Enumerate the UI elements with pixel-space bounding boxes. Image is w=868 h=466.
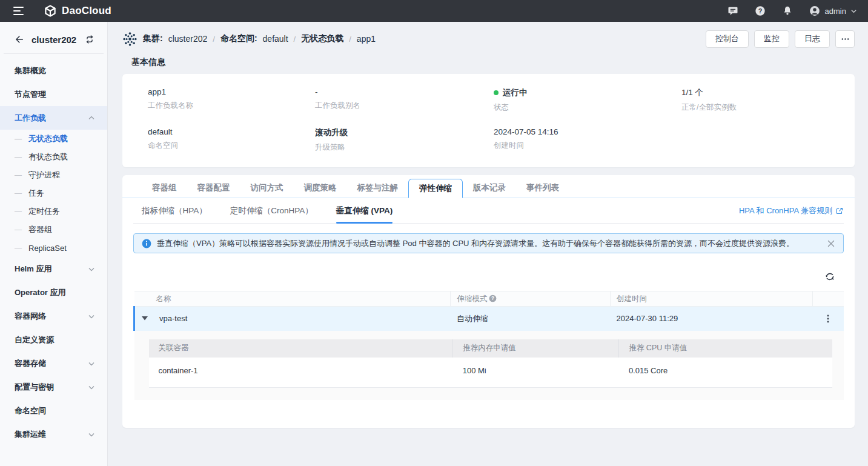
container-memory: 100 Mi	[453, 358, 619, 388]
field-value: 2024-07-05 14:16	[494, 127, 681, 136]
sidebar-item-cluster-overview[interactable]: 集群概览	[0, 59, 107, 82]
field-upgrade-strategy: 滚动升级 升级策略	[315, 127, 494, 153]
daocloud-logo-icon	[44, 4, 57, 18]
more-actions-button[interactable]	[835, 30, 855, 48]
container-cpu: 0.015 Core	[619, 358, 832, 388]
subtab-hpa[interactable]: 指标伸缩（HPA）	[142, 198, 207, 223]
chevron-down-icon	[88, 431, 95, 438]
sidebar-item-label: 定时任务	[28, 206, 60, 217]
sidebar-item-label: 守护进程	[28, 170, 60, 181]
back-arrow-icon[interactable]	[13, 34, 24, 45]
field-workload-alias: - 工作负载别名	[315, 87, 494, 113]
basic-info-card: app1 工作负载名称 - 工作负载别名 运行中 状态 1/1 个 正常/全部实…	[122, 74, 855, 167]
basic-info-title: 基本信息	[131, 57, 855, 68]
monitor-button[interactable]: 监控	[754, 30, 789, 48]
field-label: 状态	[494, 102, 681, 113]
table-row-vpa-test[interactable]: vpa-test 自动伸缩 2024-07-30 11:29	[134, 307, 844, 331]
sidebar-item-custom-resources[interactable]: 自定义资源	[0, 328, 107, 351]
refresh-icon[interactable]	[824, 272, 835, 283]
sidebar-item-label: 容器网络	[15, 311, 46, 322]
field-value: 1/1 个	[681, 87, 855, 98]
tab-container-config[interactable]: 容器配置	[187, 179, 240, 198]
sidebar-item-container-storage[interactable]: 容器存储	[0, 351, 107, 375]
dash-icon: —	[15, 207, 22, 216]
chevron-down-icon	[88, 313, 95, 320]
dash-icon: —	[15, 189, 22, 198]
column-header-created: 创建时间	[611, 291, 813, 307]
sidebar-item-deployments[interactable]: —无状态负载	[0, 130, 107, 148]
sidebar-item-statefulsets[interactable]: —有状态负载	[0, 148, 107, 166]
sidebar-item-helm-apps[interactable]: Helm 应用	[0, 257, 107, 281]
field-label: 升级策略	[315, 142, 494, 153]
sidebar-item-config-secrets[interactable]: 配置与密钥	[0, 375, 107, 399]
switch-cluster-icon[interactable]	[84, 34, 95, 45]
column-header-name: 名称	[134, 291, 451, 307]
tab-autoscaling[interactable]: 弹性伸缩	[408, 179, 463, 198]
cluster-dots-icon	[122, 32, 137, 47]
username: admin	[825, 7, 846, 16]
field-value: 滚动升级	[315, 127, 494, 138]
question-badge-icon[interactable]: ?	[489, 295, 497, 302]
sidebar-item-workloads[interactable]: 工作负载	[0, 106, 107, 130]
chevron-down-icon	[88, 360, 95, 367]
sidebar-item-node-management[interactable]: 节点管理	[0, 82, 107, 106]
crumb-separator: /	[213, 35, 215, 44]
external-link-icon	[835, 207, 844, 215]
subtab-cronhpa[interactable]: 定时伸缩（CronHPA）	[230, 198, 313, 223]
help-icon[interactable]: ?	[754, 5, 766, 17]
field-workload-name: app1 工作负载名称	[148, 87, 315, 113]
sidebar-item-label: 节点管理	[15, 89, 46, 100]
tab-labels-annotations[interactable]: 标签与注解	[347, 179, 409, 198]
avatar-icon	[809, 5, 821, 17]
kebab-icon[interactable]	[823, 314, 833, 324]
tab-access[interactable]: 访问方式	[240, 179, 294, 198]
console-button[interactable]: 控制台	[706, 30, 749, 48]
sidebar-item-jobs[interactable]: —任务	[0, 184, 107, 202]
user-menu[interactable]: admin	[809, 5, 857, 17]
sidebar-item-cluster-ops[interactable]: 集群运维	[0, 422, 107, 446]
column-header-container: 关联容器	[149, 339, 453, 358]
sidebar: cluster202 集群概览 节点管理 工作负载 —无状态负载 —有状态负载 …	[0, 22, 108, 466]
tab-pods[interactable]: 容器组	[142, 179, 187, 198]
daocloud-logo[interactable]: DaoCloud	[44, 4, 111, 18]
chat-icon[interactable]	[727, 5, 739, 17]
close-icon[interactable]	[827, 239, 835, 248]
dash-icon: —	[15, 244, 22, 252]
column-header-mode: 伸缩模式?	[451, 291, 611, 307]
crumb-cluster-value[interactable]: cluster202	[168, 34, 208, 44]
hamburger-icon[interactable]	[13, 7, 25, 15]
crumb-app: app1	[357, 34, 376, 44]
tab-events[interactable]: 事件列表	[516, 179, 569, 198]
sidebar-item-operator-apps[interactable]: Operator 应用	[0, 281, 107, 304]
sidebar-item-namespaces[interactable]: 命名空间	[0, 399, 107, 422]
field-value: app1	[148, 87, 315, 96]
tab-scheduling[interactable]: 调度策略	[294, 179, 347, 198]
subtab-vpa[interactable]: 垂直伸缩 (VPA)	[336, 198, 393, 223]
vpa-name[interactable]: vpa-test	[159, 314, 187, 323]
sidebar-item-daemonsets[interactable]: —守护进程	[0, 166, 107, 184]
crumb-namespace-value[interactable]: default	[263, 34, 288, 44]
crumb-workload-type[interactable]: 无状态负载	[301, 33, 343, 44]
sidebar-item-replicasets[interactable]: —ReplicaSet	[0, 239, 107, 257]
field-label: 创建时间	[494, 141, 681, 151]
logs-button[interactable]: 日志	[795, 30, 830, 48]
field-label: 正常/全部实例数	[681, 102, 855, 113]
compat-rules-label: HPA 和 CronHPA 兼容规则	[739, 205, 832, 216]
compat-rules-link[interactable]: HPA 和 CronHPA 兼容规则	[739, 205, 844, 216]
column-header-memory: 推荐内存申请值	[453, 339, 619, 358]
tab-version-history[interactable]: 版本记录	[463, 179, 516, 198]
sidebar-item-label: 自定义资源	[15, 335, 54, 345]
field-label: 工作负载名称	[148, 101, 315, 111]
dash-icon: —	[15, 171, 22, 179]
caret-down-icon[interactable]	[142, 316, 148, 321]
sidebar-item-cronjobs[interactable]: —定时任务	[0, 202, 107, 221]
sidebar-item-pods[interactable]: —容器组	[0, 221, 107, 239]
dash-icon: —	[15, 153, 22, 161]
column-header-cpu: 推荐 CPU 申请值	[619, 339, 832, 358]
sidebar-item-container-network[interactable]: 容器网络	[0, 304, 107, 328]
vpa-info-banner: 垂直伸缩（VPA）策略可以根据容器实际资源使用情况手动或自动调整 Pod 中容器…	[133, 233, 844, 253]
breadcrumb: 集群: cluster202 / 命名空间: default / 无状态负载 /…	[122, 32, 376, 47]
sidebar-item-label: Operator 应用	[15, 287, 66, 298]
bell-icon[interactable]	[781, 5, 793, 17]
info-icon	[142, 239, 151, 248]
